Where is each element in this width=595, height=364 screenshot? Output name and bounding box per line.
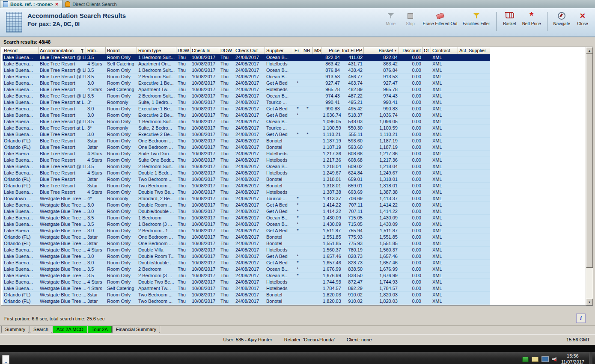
- tab-booking-ref[interactable]: Book. ref. : <none> ×: [0, 0, 62, 8]
- tab-acc-2a-mco[interactable]: Acc 2A MCO: [53, 326, 87, 333]
- column-header-accommodation[interactable]: Accommodation: [39, 47, 86, 54]
- column-header-room-type[interactable]: Room type: [137, 47, 176, 54]
- filter-funnel-icon[interactable]: [80, 49, 84, 53]
- close-button[interactable]: × Close: [575, 11, 590, 26]
- table-row[interactable]: Lake Buena...Blue Tree Resort3.0Room Onl…: [3, 106, 593, 112]
- table-row[interactable]: Lake Buena...Westgate Blue Tree ...3.5Ro…: [3, 266, 593, 272]
- table-row[interactable]: Lake Buena...Westgate Blue Tree ...3.0Ro…: [3, 208, 593, 215]
- table-row[interactable]: Lake Buena...Westgate Blue Tree ...3.0Ro…: [3, 253, 593, 260]
- show-desktop-button[interactable]: [589, 352, 592, 364]
- column-header-price[interactable]: Price: [321, 47, 341, 54]
- taskbar-clock[interactable]: 15:56 11/07/2017: [561, 353, 584, 364]
- table-row[interactable]: Lake Buena...Westgate Blue Tree ...3.0Ro…: [3, 260, 593, 266]
- table-row[interactable]: Lake Buena...Blue Tree Resort4 StarsRoom…: [3, 170, 593, 176]
- scroll-down-button[interactable]: ▼: [586, 299, 593, 305]
- table-row[interactable]: Lake Buena...Blue Tree Resort4 StarsRoom…: [3, 151, 593, 157]
- table-row[interactable]: Lake Buena...Westgate Blue Tree ...4 Sta…: [3, 279, 593, 285]
- table-row[interactable]: Lake Buena...Blue Tree Resort3.0Room Onl…: [3, 112, 593, 118]
- table-row[interactable]: Lake Buena...Blue Tree Resort @ LBV3.5Ro…: [3, 118, 593, 125]
- table-row[interactable]: Lake Buena...Blue Tree Resort @ LBV3.5Ro…: [3, 74, 593, 80]
- scrollbar-thumb[interactable]: [586, 54, 593, 268]
- table-row[interactable]: Lake Buena...Westgate Blue Tree ...3.0Ro…: [3, 228, 593, 234]
- table-row[interactable]: Lake Buena...Blue Tree Resort3.0Room Onl…: [3, 131, 593, 138]
- vertical-scrollbar[interactable]: ▲ ▼: [586, 47, 593, 305]
- display-icon[interactable]: [541, 356, 549, 362]
- facilities-filter-button[interactable]: Facilities Filter: [463, 11, 490, 26]
- table-row[interactable]: Lake Buena...Westgate Blue Tree ...3.5Ro…: [3, 272, 593, 279]
- cell-supplier: Ocean B...: [265, 221, 293, 228]
- table-row[interactable]: Lake Buena...Blue Tree Resort @ LBV3.5Ro…: [3, 67, 593, 74]
- tab-tour-2a[interactable]: Tour 2A: [88, 326, 112, 333]
- table-row[interactable]: Orlando (FL)Westgate Blue Tree ...3starR…: [3, 240, 593, 247]
- taskbar-toolbar-button[interactable]: ..: [2, 355, 9, 364]
- cell-of: [422, 202, 431, 208]
- table-row[interactable]: Lake Buena...Westgate Blue Tree ...4 Sta…: [3, 247, 593, 253]
- column-header-contract[interactable]: Contract: [431, 47, 458, 54]
- table-row[interactable]: Lake Buena...Westgate Blue Tree ...3.5Ro…: [3, 221, 593, 228]
- table-row[interactable]: Downtown ...Westgate Blue Tree ...4*Room…: [3, 195, 593, 202]
- column-header-nr[interactable]: NR: [302, 47, 313, 54]
- table-row[interactable]: Lake Buena...Blue Tree Resort @ LBV3.5Ro…: [3, 163, 593, 170]
- info-button[interactable]: i: [576, 314, 586, 323]
- column-header-basket[interactable]: Basket▼: [364, 47, 399, 54]
- scroll-up-button[interactable]: ▲: [586, 47, 593, 54]
- column-header-act-supplier[interactable]: Act. Supplier: [458, 47, 490, 54]
- table-row[interactable]: Orlando (FL)Blue Tree Resort3starRoom On…: [3, 138, 593, 144]
- table-row[interactable]: Lake Buena...Westgate Blue Tree ...4 Sta…: [3, 285, 593, 292]
- column-header-board[interactable]: Board: [106, 47, 137, 54]
- cell-nr: [302, 151, 313, 157]
- table-row[interactable]: Lake Buena...Blue Tree Resort @ LBV3.5Ro…: [3, 54, 593, 61]
- volume-muted-icon[interactable]: [552, 357, 556, 361]
- network-icon[interactable]: [522, 357, 529, 362]
- table-row[interactable]: Lake Buena...Westgate Blue Tree ...3.0Ro…: [3, 202, 593, 208]
- column-header-check-in[interactable]: Check In: [190, 47, 219, 54]
- column-header-ms[interactable]: MS: [313, 47, 321, 54]
- column-header-supplier[interactable]: Supplier: [265, 47, 293, 54]
- cell-check-out: 24/08/2017: [234, 221, 265, 228]
- table-row[interactable]: Orlando (FL)Blue Tree Resort3starRoom On…: [3, 176, 593, 183]
- cell-room-type: Suite Two Dou...: [137, 151, 176, 157]
- cell-act-supplier: [458, 74, 490, 80]
- cell-er: [293, 151, 302, 157]
- tab-search[interactable]: Search: [30, 326, 52, 333]
- table-row[interactable]: Orlando (FL)Blue Tree Resort3starRoom On…: [3, 183, 593, 189]
- table-row[interactable]: Lake Buena...Blue Tree Resort @ LBV3.5Ro…: [3, 93, 593, 99]
- column-header-incl-fl-pp[interactable]: Incl.Fl.PP: [341, 47, 364, 54]
- table-row[interactable]: Orlando (FL)Westgate Blue Tree ...3starR…: [3, 298, 593, 305]
- cell-supplier: Hotelbeds: [265, 151, 293, 157]
- more-button[interactable]: More: [384, 11, 398, 26]
- cell-dow-out: Thu: [219, 61, 234, 67]
- table-row[interactable]: Lake Buena...Blue Tree Resort at L...3*R…: [3, 125, 593, 131]
- erase-filtered-out-button[interactable]: Erase Filtered Out: [423, 11, 458, 26]
- column-header-dow-in[interactable]: DOW: [176, 47, 190, 54]
- table-row[interactable]: Lake Buena...Blue Tree Resort4 StarsSelf…: [3, 61, 593, 67]
- stop-button[interactable]: Stop: [403, 11, 418, 26]
- tab-financial-summary[interactable]: Financial Summary: [112, 326, 160, 333]
- mail-icon[interactable]: [532, 357, 538, 362]
- column-header-of[interactable]: Of: [422, 47, 431, 54]
- column-header-check-out[interactable]: Check Out: [234, 47, 265, 54]
- close-tab-icon[interactable]: ×: [55, 2, 59, 6]
- nett-price-button[interactable]: * Nett Price: [522, 11, 541, 26]
- column-header-dow-out[interactable]: DOW: [219, 47, 234, 54]
- basket-button[interactable]: Basket: [503, 11, 517, 26]
- table-row[interactable]: Lake Buena...Westgate Blue Tree ...3.5Ro…: [3, 215, 593, 221]
- column-header-er[interactable]: Er: [293, 47, 302, 54]
- tab-summary[interactable]: Summary: [1, 326, 29, 333]
- table-row[interactable]: Orlando (FL)Westgate Blue Tree ...3starR…: [3, 292, 593, 298]
- cell-resort: Lake Buena...: [3, 106, 39, 112]
- navigate-button[interactable]: Navigate: [553, 11, 570, 26]
- column-header-discount[interactable]: Discount: [399, 47, 422, 54]
- table-row[interactable]: Orlando (FL)Blue Tree Resort3starRoom On…: [3, 144, 593, 151]
- cell-er: [293, 176, 302, 183]
- table-row[interactable]: Lake Buena...Blue Tree Resort4 StarsRoom…: [3, 189, 593, 195]
- column-header-rating[interactable]: Rati...: [86, 47, 106, 54]
- table-row[interactable]: Lake Buena...Blue Tree Resort at L...3*R…: [3, 99, 593, 106]
- column-header-resort[interactable]: Resort: [3, 47, 39, 54]
- table-row[interactable]: Lake Buena...Blue Tree Resort4 StarsSelf…: [3, 86, 593, 93]
- table-row[interactable]: Orlando (FL)Westgate Blue Tree ...3starR…: [3, 234, 593, 240]
- tab-direct-clients-search[interactable]: Direct Clients Search: [62, 0, 120, 8]
- table-row[interactable]: Lake Buena...Blue Tree Resort4 StarsRoom…: [3, 157, 593, 163]
- cell-discount: 0.00: [399, 118, 422, 125]
- table-row[interactable]: Lake Buena...Blue Tree Resort3.0Room Onl…: [3, 80, 593, 86]
